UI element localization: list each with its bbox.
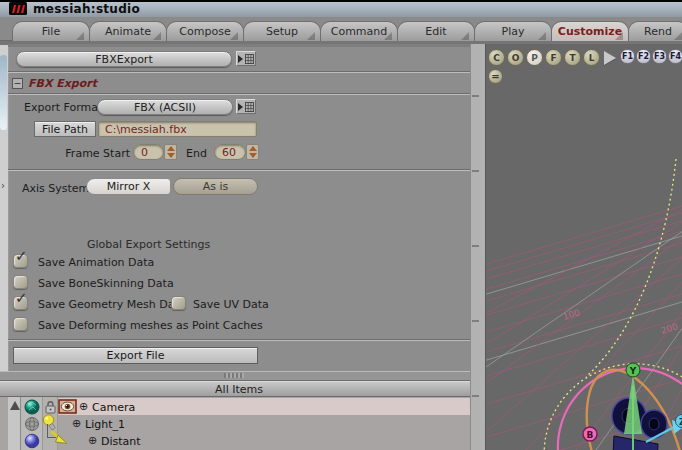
divider bbox=[8, 339, 470, 341]
scroll-up-icon[interactable] bbox=[10, 401, 20, 410]
rotation-gizmo[interactable]: Y Z B bbox=[521, 159, 682, 450]
blue-sphere-icon[interactable] bbox=[24, 433, 40, 449]
checkbox-save-boneskinning[interactable] bbox=[13, 275, 28, 289]
tab-label: Play bbox=[502, 25, 525, 38]
item-name-camera[interactable]: Camera bbox=[92, 401, 135, 414]
frame-start-label: Frame Start bbox=[56, 147, 130, 160]
item-name-light[interactable]: Light_1 bbox=[85, 418, 125, 431]
wireframe-sphere-icon[interactable] bbox=[24, 416, 40, 432]
frame-end-input[interactable]: 60 bbox=[214, 144, 246, 160]
viewport-menu-button[interactable]: = bbox=[488, 69, 503, 84]
axis-as-is-button[interactable]: As is bbox=[173, 178, 258, 195]
light-arrow-icon[interactable] bbox=[50, 430, 69, 447]
frame-start-value: 0 bbox=[141, 146, 148, 159]
frame-button-label: F3 bbox=[654, 52, 665, 61]
checkbox-label: Save UV Data bbox=[193, 298, 269, 311]
file-path-value: C:\messiah.fbx bbox=[105, 123, 187, 136]
collapse-section-button[interactable]: − bbox=[12, 78, 23, 89]
checkbox-label: Save BoneSkinning Data bbox=[38, 277, 174, 290]
background-thumbnail bbox=[0, 55, 7, 130]
expand-icon[interactable]: ⊕ bbox=[88, 435, 97, 446]
frame-start-stepper[interactable] bbox=[164, 144, 177, 160]
export-format-value: FBX (ACSII) bbox=[134, 101, 196, 114]
file-path-input[interactable]: C:\messiah.fbx bbox=[98, 121, 257, 137]
axis-system-label: Axis System bbox=[22, 182, 89, 195]
panel-scrollbar[interactable] bbox=[470, 44, 486, 450]
export-file-button[interactable]: Export File bbox=[13, 347, 258, 364]
frame-button-label: F4 bbox=[670, 52, 681, 61]
y-axis-label: Y bbox=[629, 366, 637, 376]
stepper-down-icon[interactable] bbox=[249, 153, 257, 158]
viewport-canvas: 100 200 Y bbox=[486, 44, 682, 450]
camera-eye-icon[interactable] bbox=[58, 399, 77, 414]
frame-end-value: 60 bbox=[222, 146, 236, 159]
frame-end-stepper[interactable] bbox=[246, 144, 259, 160]
checkbox-save-geometry-mesh[interactable] bbox=[13, 296, 28, 310]
frame-button-f2[interactable]: F2 bbox=[636, 49, 651, 64]
panel-top-strip bbox=[8, 44, 470, 47]
checkbox-label: Save Geometry Mesh Data bbox=[38, 298, 186, 311]
divider bbox=[8, 93, 470, 95]
tab-command[interactable]: Command bbox=[320, 21, 398, 41]
view-button-o[interactable]: O bbox=[507, 49, 524, 66]
preset-selector-button[interactable]: FBXExport bbox=[16, 51, 232, 67]
frame-button-f4[interactable]: F4 bbox=[668, 49, 682, 64]
stepper-up-icon[interactable] bbox=[167, 146, 175, 151]
item-list-header[interactable]: All Items bbox=[0, 381, 478, 397]
preset-menu-button[interactable] bbox=[236, 51, 256, 66]
checkbox-save-uv[interactable] bbox=[171, 296, 186, 310]
stepper-down-icon[interactable] bbox=[167, 153, 175, 158]
checkbox-save-deforming[interactable] bbox=[13, 317, 28, 331]
tab-compose[interactable]: Compose bbox=[166, 21, 244, 41]
perspective-grid: 100 200 bbox=[486, 139, 682, 450]
item-name-distant[interactable]: Distant bbox=[101, 435, 141, 448]
b-handle-label: B bbox=[587, 430, 594, 440]
axis-option-label: As is bbox=[203, 180, 229, 193]
expand-icon[interactable]: ⊕ bbox=[79, 401, 88, 412]
view-button-t[interactable]: T bbox=[564, 49, 581, 66]
tab-customize[interactable]: Customize bbox=[551, 21, 629, 41]
viewport-3d[interactable]: 100 200 Y bbox=[486, 44, 682, 450]
expand-icon[interactable]: ⊕ bbox=[72, 418, 81, 429]
tab-label: Compose bbox=[179, 25, 230, 38]
view-button-l[interactable]: L bbox=[583, 49, 600, 66]
tab-label: Rend bbox=[644, 25, 672, 38]
window-title: messiah:studio bbox=[33, 2, 140, 16]
tab-play[interactable]: Play bbox=[474, 21, 552, 41]
axis-option-label: Mirror X bbox=[107, 180, 150, 193]
view-button-c[interactable]: C bbox=[488, 49, 505, 66]
scrollbar-notch bbox=[472, 245, 479, 247]
view-button-p[interactable]: P bbox=[526, 49, 543, 66]
preset-grid-icon bbox=[237, 53, 255, 65]
file-path-button-label: File Path bbox=[42, 123, 88, 136]
tab-label: Setup bbox=[266, 25, 298, 38]
export-file-label: Export File bbox=[107, 349, 165, 362]
stepper-up-icon[interactable] bbox=[249, 146, 257, 151]
chevron-icon: › bbox=[1, 180, 5, 191]
file-path-button[interactable]: File Path bbox=[34, 121, 96, 137]
gem-sphere-icon[interactable] bbox=[24, 399, 40, 415]
frame-end-label: End bbox=[186, 147, 207, 160]
scrollbar-notch bbox=[472, 95, 479, 97]
export-format-dropdown[interactable]: FBX (ACSII) bbox=[97, 99, 233, 115]
global-settings-title: Global Export Settings bbox=[87, 238, 210, 251]
tab-setup[interactable]: Setup bbox=[243, 21, 321, 41]
play-icon[interactable] bbox=[604, 51, 616, 65]
checkbox-label: Save Animation Data bbox=[38, 256, 154, 269]
lock-icon[interactable] bbox=[44, 400, 57, 414]
tab-file[interactable]: File bbox=[12, 21, 90, 41]
frame-button-f1[interactable]: F1 bbox=[620, 49, 635, 64]
tab-label: Command bbox=[331, 25, 388, 38]
tab-edit[interactable]: Edit bbox=[397, 21, 475, 41]
export-format-menu-button[interactable] bbox=[236, 99, 256, 114]
section-title: FBX Export bbox=[28, 77, 97, 90]
frame-start-input[interactable]: 0 bbox=[133, 144, 164, 160]
tab-render[interactable]: Rend bbox=[628, 21, 682, 41]
view-button-label: C bbox=[493, 53, 500, 63]
axis-mirror-x-button[interactable]: Mirror X bbox=[86, 178, 171, 195]
frame-button-f3[interactable]: F3 bbox=[652, 49, 667, 64]
splitter-grip-icon[interactable] bbox=[224, 373, 244, 378]
view-button-f[interactable]: F bbox=[545, 49, 562, 66]
checkbox-save-animation[interactable] bbox=[13, 254, 28, 268]
tab-animate[interactable]: Animate bbox=[89, 21, 167, 41]
